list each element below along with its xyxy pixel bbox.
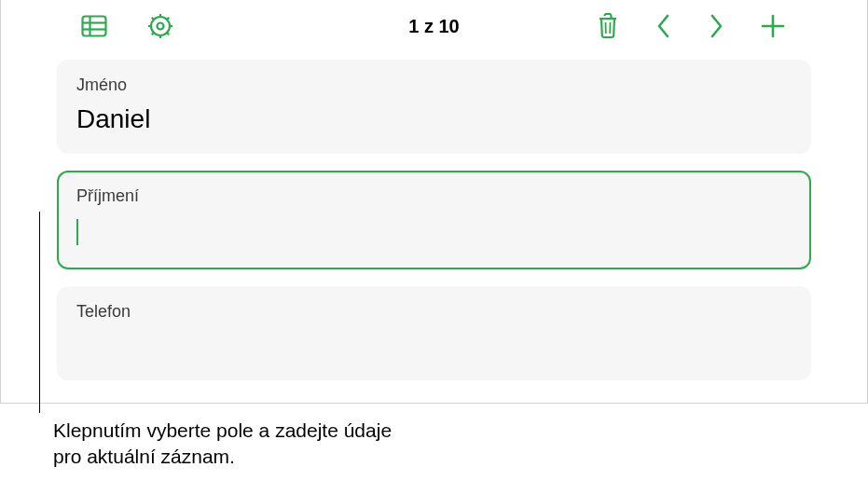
callout-leader-line <box>39 212 40 413</box>
next-record-button[interactable] <box>709 14 723 38</box>
svg-line-12 <box>152 32 155 34</box>
gear-icon <box>148 14 172 38</box>
field-label: Příjmení <box>76 186 792 206</box>
field-prijmeni[interactable]: Příjmení <box>57 171 811 269</box>
toolbar: 1 z 10 <box>1 0 867 52</box>
field-telefon[interactable]: Telefon <box>57 286 811 380</box>
trash-icon <box>597 13 619 39</box>
add-record-button[interactable] <box>761 14 785 38</box>
text-cursor <box>76 219 78 245</box>
field-value[interactable]: Daniel <box>76 104 792 136</box>
delete-button[interactable] <box>597 13 619 39</box>
form-panel: 1 z 10 <box>0 0 868 404</box>
record-counter: 1 z 10 <box>408 16 459 37</box>
field-jmeno[interactable]: Jméno Daniel <box>57 60 811 154</box>
svg-line-13 <box>166 18 169 21</box>
chevron-left-icon <box>656 14 671 38</box>
svg-rect-0 <box>83 17 106 36</box>
svg-line-11 <box>166 32 169 34</box>
table-icon <box>81 15 107 37</box>
field-label: Telefon <box>76 302 792 322</box>
settings-button[interactable] <box>148 14 172 38</box>
field-value[interactable] <box>76 331 792 363</box>
field-label: Jméno <box>76 76 792 95</box>
chevron-right-icon <box>709 14 723 38</box>
toolbar-left-group <box>18 14 172 38</box>
toolbar-right-group <box>597 13 850 39</box>
table-view-button[interactable] <box>81 15 107 37</box>
previous-record-button[interactable] <box>656 14 671 38</box>
svg-line-10 <box>152 18 155 21</box>
plus-icon <box>761 14 785 38</box>
form-fields-area: Jméno Daniel Příjmení Telefon <box>1 52 867 380</box>
field-value[interactable] <box>76 215 792 252</box>
svg-point-5 <box>158 23 164 30</box>
callout-text: Klepnutím vyberte pole a zadejte údaje p… <box>53 418 407 471</box>
